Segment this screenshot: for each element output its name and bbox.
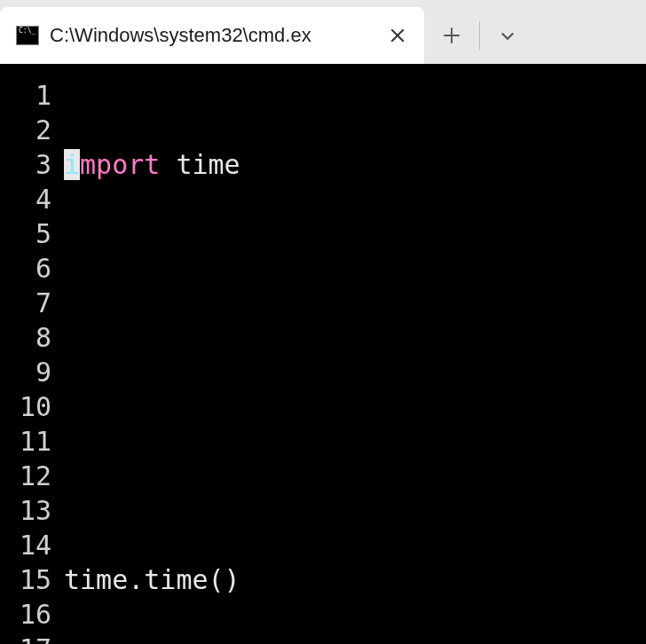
line-number: 12 [0, 459, 51, 493]
plus-icon [443, 27, 461, 44]
code-line-5: time.time() [64, 562, 646, 597]
line-number: 11 [0, 424, 51, 459]
tab-active[interactable]: C:\Windows\system32\cmd.ex [0, 7, 424, 64]
line-number-gutter: 1234567891011121314151617 [0, 64, 64, 644]
line-number: 4 [0, 182, 51, 216]
line-number: 6 [0, 251, 51, 286]
new-tab-button[interactable] [424, 7, 479, 64]
line-number: 10 [0, 389, 51, 424]
close-icon [390, 27, 406, 43]
tab-actions [424, 7, 535, 64]
tab-bar: C:\Windows\system32\cmd.ex [0, 0, 646, 64]
line-number: 14 [0, 528, 51, 562]
tab-title: C:\Windows\system32\cmd.ex [50, 24, 374, 47]
line-number: 16 [0, 597, 51, 632]
code-line-1: import time [64, 147, 646, 182]
line-number: 17 [0, 632, 51, 644]
tab-dropdown-button[interactable] [480, 7, 535, 64]
terminal-icon [16, 26, 39, 45]
line-number: 2 [0, 113, 51, 147]
line-number: 9 [0, 355, 51, 389]
cursor: i [64, 149, 80, 180]
line-number: 15 [0, 562, 51, 597]
line-number: 13 [0, 493, 51, 528]
line-number: 7 [0, 286, 51, 320]
line-number: 1 [0, 78, 51, 113]
code-content[interactable]: import time time.time() if __name__ == "… [64, 64, 646, 644]
line-number: 5 [0, 216, 51, 251]
code-editor[interactable]: 1234567891011121314151617 import time ti… [0, 64, 646, 644]
code-line-2 [64, 251, 646, 286]
code-line-4 [64, 459, 646, 493]
chevron-down-icon [499, 27, 516, 44]
close-tab-button[interactable] [382, 20, 414, 51]
line-number: 3 [0, 147, 51, 182]
code-line-3 [64, 355, 646, 389]
line-number: 8 [0, 320, 51, 355]
